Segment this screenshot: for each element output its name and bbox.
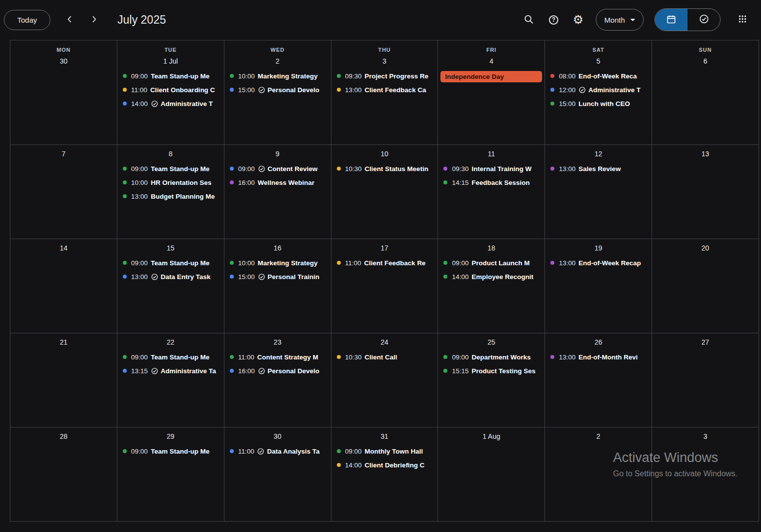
day-cell[interactable]: 909:00Content Review16:00Wellness Webina… xyxy=(224,145,331,239)
today-button[interactable]: Today xyxy=(4,10,50,30)
event-title: Content Review xyxy=(268,165,318,173)
event-color-dot xyxy=(337,167,341,171)
day-cell[interactable]: 27 xyxy=(652,333,759,427)
event-item[interactable]: 11:00Content Strategy M xyxy=(224,352,331,362)
day-cell[interactable]: MON30 xyxy=(10,40,117,145)
event-item[interactable]: 10:00Marketing Strategy xyxy=(224,258,331,268)
day-cell[interactable]: 3011:00Data Analysis Ta xyxy=(224,427,331,522)
event-item[interactable]: 13:00Data Entry Task xyxy=(117,272,224,282)
event-time: 09:00 xyxy=(131,165,148,173)
day-cell[interactable]: 1109:30Internal Training W14:15Feedback … xyxy=(438,145,545,239)
view-selector-dropdown[interactable]: Month xyxy=(596,9,644,31)
day-cell[interactable]: 1010:30Client Status Meetin xyxy=(331,145,438,239)
day-cell[interactable]: 21 xyxy=(10,333,117,427)
day-cell[interactable]: 809:00Team Stand-up Me10:00HR Orientatio… xyxy=(117,145,224,239)
day-cell[interactable]: WED210:00Marketing Strategy15:00Personal… xyxy=(224,40,331,145)
day-cell[interactable]: 1509:00Team Stand-up Me13:00Data Entry T… xyxy=(117,239,224,333)
event-item[interactable]: 14:15Feedback Session xyxy=(438,177,544,187)
calendar-icon xyxy=(666,14,676,26)
event-item[interactable]: 09:00Team Stand-up Me xyxy=(117,258,224,268)
event-item[interactable]: 15:00Personal Trainin xyxy=(224,272,331,282)
event-item[interactable]: 09:00Monthly Town Hall xyxy=(331,446,438,456)
day-cell[interactable]: 2 xyxy=(545,427,652,522)
event-item[interactable]: 13:15Administrative Ta xyxy=(117,366,224,376)
day-cell[interactable]: 1809:00Product Launch M14:00Employee Rec… xyxy=(438,239,545,333)
day-cell[interactable]: FRI4Independence Day xyxy=(438,40,545,145)
event-item[interactable]: 09:00Department Works xyxy=(438,352,544,362)
day-cell[interactable]: 7 xyxy=(10,145,117,239)
holiday-event[interactable]: Independence Day xyxy=(440,71,542,82)
event-item[interactable]: 09:00Team Stand-up Me xyxy=(117,352,224,362)
day-cell[interactable]: SUN6 xyxy=(652,40,759,145)
help-button[interactable]: ? xyxy=(543,9,564,31)
event-item[interactable]: 16:00Wellness Webinar xyxy=(224,177,331,187)
event-item[interactable]: 09:00Team Stand-up Me xyxy=(117,164,224,174)
event-item[interactable]: 16:00Personal Develo xyxy=(224,366,331,376)
calendar-view-toggle[interactable] xyxy=(655,9,688,31)
event-item[interactable]: 15:15Product Testing Ses xyxy=(438,366,544,376)
day-cell[interactable]: 1213:00Sales Review xyxy=(545,145,652,239)
day-cell[interactable]: 2613:00End-of-Month Revi xyxy=(545,333,652,427)
day-cell[interactable]: 14 xyxy=(10,239,117,333)
event-item[interactable]: 10:30Client Call xyxy=(331,352,438,362)
day-cell[interactable]: 2410:30Client Call xyxy=(331,333,438,427)
event-item[interactable]: 14:00Administrative T xyxy=(117,99,224,108)
event-item[interactable]: 12:00Administrative T xyxy=(545,85,652,95)
day-cell[interactable]: 1610:00Marketing Strategy15:00Personal T… xyxy=(224,239,331,333)
day-cell[interactable]: 2909:00Team Stand-up Me xyxy=(117,427,224,522)
event-item[interactable]: 10:00Marketing Strategy xyxy=(224,71,331,81)
next-month-button[interactable] xyxy=(83,9,105,31)
event-item[interactable]: 14:00Employee Recognit xyxy=(438,272,544,282)
gear-icon: ⚙ xyxy=(573,14,584,26)
day-cell[interactable]: TUE1 Jul09:00Team Stand-up Me11:00Client… xyxy=(117,40,224,145)
day-cell[interactable]: 20 xyxy=(652,239,759,333)
event-item[interactable]: 13:00Client Feedback Ca xyxy=(331,85,438,95)
date-label: 3 xyxy=(652,432,759,440)
event-item[interactable]: 13:00Sales Review xyxy=(545,164,652,174)
event-title: Personal Develo xyxy=(268,367,320,375)
day-cell[interactable]: 1 Aug xyxy=(438,427,545,522)
task-check-icon xyxy=(151,100,158,107)
event-item[interactable]: 09:00Team Stand-up Me xyxy=(117,71,224,81)
date-label: 12 xyxy=(545,150,652,158)
date-label: 19 xyxy=(545,244,652,252)
event-item[interactable]: 09:30Internal Training W xyxy=(438,164,544,174)
day-cell[interactable]: 2311:00Content Strategy M16:00Personal D… xyxy=(224,333,331,427)
event-item[interactable]: 11:00Client Feedback Re xyxy=(331,258,438,268)
event-item[interactable]: 09:00Team Stand-up Me xyxy=(117,446,224,456)
day-cell[interactable]: 2209:00Team Stand-up Me13:15Administrati… xyxy=(117,333,224,427)
event-time: 09:00 xyxy=(131,448,148,455)
day-cell[interactable]: 1711:00Client Feedback Re xyxy=(331,239,438,333)
day-cell[interactable]: 13 xyxy=(652,145,759,239)
event-time: 09:00 xyxy=(452,354,469,361)
day-cell[interactable]: 3 xyxy=(652,427,759,522)
event-item[interactable]: 14:00Client Debriefing C xyxy=(331,460,438,470)
settings-button[interactable]: ⚙ xyxy=(567,9,589,31)
day-cell[interactable]: SAT508:00End-of-Week Reca12:00Administra… xyxy=(545,40,652,145)
event-item[interactable]: 08:00End-of-Week Reca xyxy=(545,71,652,81)
event-item[interactable]: 15:00Lunch with CEO xyxy=(545,99,652,108)
event-item[interactable]: 09:30Project Progress Re xyxy=(331,71,438,81)
day-cell[interactable]: 2509:00Department Works15:15Product Test… xyxy=(438,333,545,427)
day-cell[interactable]: 3109:00Monthly Town Hall14:00Client Debr… xyxy=(331,427,438,522)
event-color-dot xyxy=(337,88,341,92)
date-label: 7 xyxy=(10,150,117,158)
event-item[interactable]: 13:00End-of-Month Revi xyxy=(545,352,652,362)
search-button[interactable] xyxy=(518,9,540,31)
event-item[interactable]: 11:00Client Onboarding C xyxy=(117,85,224,95)
event-item[interactable]: 09:00Content Review xyxy=(224,164,331,174)
event-item[interactable]: 11:00Data Analysis Ta xyxy=(224,446,331,456)
event-item[interactable]: 13:00End-of-Week Recap xyxy=(545,258,652,268)
day-cell[interactable]: THU309:30Project Progress Re13:00Client … xyxy=(331,40,438,145)
date-label: 14 xyxy=(10,244,117,252)
event-item[interactable]: 10:00HR Orientation Ses xyxy=(117,177,224,187)
tasks-view-toggle[interactable] xyxy=(688,9,720,31)
apps-grid-button[interactable] xyxy=(731,9,753,31)
event-item[interactable]: 10:30Client Status Meetin xyxy=(331,164,438,174)
previous-month-button[interactable] xyxy=(59,9,81,31)
day-cell[interactable]: 28 xyxy=(10,427,117,522)
day-cell[interactable]: 1913:00End-of-Week Recap xyxy=(545,239,652,333)
event-item[interactable]: 13:00Budget Planning Me xyxy=(117,191,224,201)
event-item[interactable]: 09:00Product Launch M xyxy=(438,258,544,268)
event-item[interactable]: 15:00Personal Develo xyxy=(224,85,331,95)
